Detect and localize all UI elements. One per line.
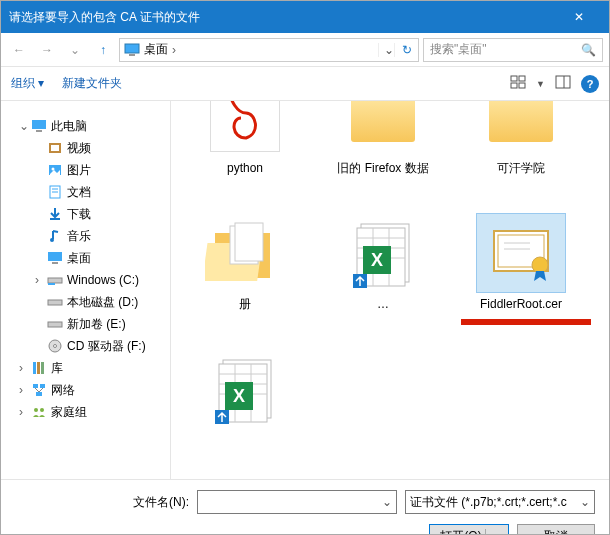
new-folder-button[interactable]: 新建文件夹 bbox=[62, 75, 122, 92]
svg-rect-32 bbox=[36, 392, 42, 396]
file-item[interactable]: X bbox=[185, 349, 305, 479]
tree-label: 本地磁盘 (D:) bbox=[67, 294, 138, 311]
tree-drive-c[interactable]: ›Windows (C:) bbox=[1, 269, 170, 291]
pictures-icon bbox=[47, 162, 63, 178]
file-list[interactable]: python 旧的 Firefox 数据 可汗学院 册 X … FiddlerR… bbox=[171, 101, 609, 479]
tree-drive-e[interactable]: 新加卷 (E:) bbox=[1, 313, 170, 335]
button-label: 取消 bbox=[544, 528, 568, 536]
homegroup-icon bbox=[31, 404, 47, 420]
svg-rect-20 bbox=[52, 262, 58, 264]
svg-rect-8 bbox=[32, 120, 46, 129]
drive-icon bbox=[47, 272, 63, 288]
file-label: python bbox=[227, 161, 263, 177]
cd-icon bbox=[47, 338, 63, 354]
pdf-icon bbox=[221, 101, 271, 143]
svg-rect-1 bbox=[129, 54, 135, 56]
search-input[interactable]: 搜索"桌面" 🔍 bbox=[423, 38, 603, 62]
help-button[interactable]: ? bbox=[581, 75, 599, 93]
tree-documents[interactable]: 文档 bbox=[1, 181, 170, 203]
up-icon: ↑ bbox=[100, 43, 106, 57]
svg-text:X: X bbox=[233, 386, 245, 406]
svg-rect-28 bbox=[37, 362, 40, 374]
navigation-tree[interactable]: ⌄此电脑 视频 图片 文档 下载 音乐 桌面 ›Windows (C:) 本地磁… bbox=[1, 101, 171, 479]
svg-rect-6 bbox=[556, 76, 570, 88]
tree-music[interactable]: 音乐 bbox=[1, 225, 170, 247]
nav-up-button[interactable]: ↑ bbox=[91, 38, 115, 62]
filename-input[interactable]: ⌄ bbox=[197, 490, 397, 514]
tree-downloads[interactable]: 下载 bbox=[1, 203, 170, 225]
refresh-button[interactable]: ↻ bbox=[394, 43, 414, 57]
nav-forward-button[interactable]: → bbox=[35, 38, 59, 62]
folder-item[interactable]: 可汗学院 bbox=[461, 101, 581, 207]
tree-video[interactable]: 视频 bbox=[1, 137, 170, 159]
svg-rect-2 bbox=[511, 76, 517, 81]
file-label: 册 bbox=[239, 297, 251, 313]
preview-pane-button[interactable] bbox=[555, 74, 571, 93]
open-button[interactable]: 打开(O) ▾ bbox=[429, 524, 509, 535]
view-options-button[interactable] bbox=[510, 74, 526, 93]
chevron-icon: › bbox=[172, 43, 176, 57]
tree-label: 下载 bbox=[67, 206, 91, 223]
close-icon: ✕ bbox=[574, 10, 584, 24]
drive-icon bbox=[47, 294, 63, 310]
forward-icon: → bbox=[41, 43, 53, 57]
chevron-down-icon: ▾ bbox=[485, 529, 498, 535]
window-title: 请选择要导入的包含 CA 证书的文件 bbox=[9, 9, 557, 26]
pc-icon bbox=[31, 118, 47, 134]
tree-pictures[interactable]: 图片 bbox=[1, 159, 170, 181]
tree-drive-f[interactable]: CD 驱动器 (F:) bbox=[1, 335, 170, 357]
folder-item[interactable]: 旧的 Firefox 数据 bbox=[323, 101, 443, 207]
desktop-icon bbox=[47, 250, 63, 266]
cancel-button[interactable]: 取消 bbox=[517, 524, 595, 535]
svg-point-26 bbox=[54, 345, 57, 348]
dialog-footer: 文件名(N): ⌄ 证书文件 (*.p7b;*.crt;*.cert;*.c⌄ … bbox=[1, 479, 609, 535]
svg-rect-23 bbox=[48, 300, 62, 305]
tree-network[interactable]: ›网络 bbox=[1, 379, 170, 401]
svg-rect-30 bbox=[33, 384, 38, 388]
downloads-icon bbox=[47, 206, 63, 222]
down-icon: ▼ bbox=[536, 79, 545, 89]
nav-back-button[interactable]: ← bbox=[7, 38, 31, 62]
file-label: 可汗学院 bbox=[497, 161, 545, 177]
svg-rect-4 bbox=[511, 83, 517, 88]
svg-line-33 bbox=[35, 388, 39, 392]
breadcrumb-item[interactable]: 桌面 bbox=[144, 41, 168, 58]
folder-item[interactable]: 册 bbox=[185, 213, 305, 343]
svg-rect-40 bbox=[235, 223, 263, 261]
file-label: … bbox=[377, 297, 389, 313]
svg-rect-27 bbox=[33, 362, 36, 374]
filename-label: 文件名(N): bbox=[133, 494, 189, 511]
tree-libraries[interactable]: ›库 bbox=[1, 357, 170, 379]
close-button[interactable]: ✕ bbox=[557, 1, 601, 33]
excel-icon: X bbox=[343, 218, 423, 288]
help-icon: ? bbox=[587, 78, 594, 90]
svg-rect-9 bbox=[36, 130, 42, 132]
organize-menu[interactable]: 组织 ▾ bbox=[11, 75, 44, 92]
folder-icon bbox=[489, 101, 553, 142]
tree-this-pc[interactable]: ⌄此电脑 bbox=[1, 115, 170, 137]
dialog-body: ⌄此电脑 视频 图片 文档 下载 音乐 桌面 ›Windows (C:) 本地磁… bbox=[1, 101, 609, 479]
address-dropdown-button[interactable]: ⌄ bbox=[378, 43, 394, 57]
music-icon bbox=[47, 228, 63, 244]
tree-desktop[interactable]: 桌面 bbox=[1, 247, 170, 269]
network-icon bbox=[31, 382, 47, 398]
tree-label: 此电脑 bbox=[51, 118, 87, 135]
folder-item[interactable]: python bbox=[185, 101, 305, 207]
tree-homegroup[interactable]: ›家庭组 bbox=[1, 401, 170, 423]
file-item[interactable]: X … bbox=[323, 213, 443, 343]
tree-label: 图片 bbox=[67, 162, 91, 179]
down-icon: ⌄ bbox=[70, 43, 80, 57]
svg-rect-19 bbox=[48, 252, 62, 261]
tree-label: 桌面 bbox=[67, 250, 91, 267]
nav-recent-button[interactable]: ⌄ bbox=[63, 38, 87, 62]
svg-rect-11 bbox=[51, 145, 59, 151]
back-icon: ← bbox=[13, 43, 25, 57]
svg-point-55 bbox=[532, 257, 548, 273]
svg-rect-24 bbox=[48, 322, 62, 327]
svg-rect-29 bbox=[41, 362, 44, 374]
tree-drive-d[interactable]: 本地磁盘 (D:) bbox=[1, 291, 170, 313]
filetype-filter[interactable]: 证书文件 (*.p7b;*.crt;*.cert;*.c⌄ bbox=[405, 490, 595, 514]
address-box[interactable]: 桌面 › ⌄ ↻ bbox=[119, 38, 419, 62]
tree-label: Windows (C:) bbox=[67, 273, 139, 287]
tree-label: 库 bbox=[51, 360, 63, 377]
